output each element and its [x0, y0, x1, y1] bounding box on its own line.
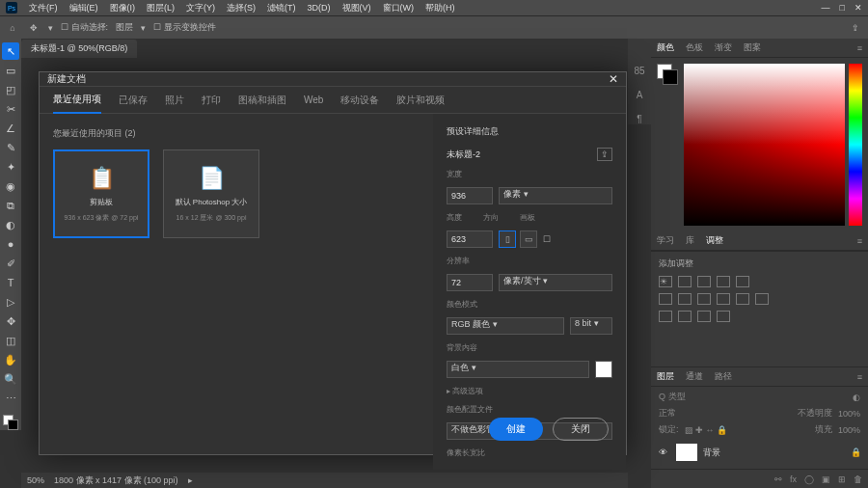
tool-eraser[interactable]: ●	[2, 235, 19, 253]
layer-row[interactable]: 👁 背景 🔒	[651, 440, 868, 465]
adj-icon[interactable]	[736, 276, 749, 287]
tool-eyedropper[interactable]: ✎	[2, 139, 19, 156]
resolution-input[interactable]	[447, 274, 493, 291]
zoom-level[interactable]: 50%	[27, 475, 44, 485]
tool-heal[interactable]: ✦	[2, 158, 19, 176]
adj-icon[interactable]	[717, 311, 730, 322]
height-input[interactable]	[447, 230, 493, 248]
tab-patterns[interactable]: 图案	[744, 41, 761, 54]
menu-file[interactable]: 文件(F)	[29, 2, 58, 14]
menu-select[interactable]: 选择(S)	[227, 2, 256, 14]
adj-icon[interactable]	[697, 293, 711, 305]
adj-icon[interactable]	[697, 311, 711, 322]
hue-slider[interactable]	[849, 64, 862, 226]
window-maximize-icon[interactable]: □	[840, 3, 845, 13]
dlg-tab-film[interactable]: 胶片和视频	[396, 88, 445, 113]
menu-window[interactable]: 窗口(W)	[383, 2, 415, 14]
tab-color[interactable]: 颜色	[657, 41, 674, 54]
tool-pen[interactable]: ▷	[2, 293, 19, 311]
fgbg-swatch[interactable]	[657, 64, 678, 85]
tool-type[interactable]: T	[2, 274, 19, 291]
tool-brush[interactable]: ◉	[2, 177, 19, 195]
menu-edit[interactable]: 编辑(E)	[69, 2, 98, 14]
adj-icon[interactable]	[659, 311, 672, 322]
adj-icon[interactable]	[755, 293, 769, 305]
dlg-tab-saved[interactable]: 已保存	[119, 88, 148, 113]
fill-value[interactable]: 100%	[838, 425, 860, 435]
dlg-tab-photo[interactable]: 照片	[165, 88, 184, 113]
layer-name[interactable]: 背景	[703, 447, 720, 459]
layer-filter[interactable]: Q 类型	[659, 391, 686, 403]
home-icon[interactable]: ⌂	[6, 21, 19, 35]
auto-select-checkbox[interactable]: ☐ 自动选择:	[61, 21, 108, 34]
bg-select[interactable]: 白色 ▾	[447, 361, 589, 378]
tool-shape[interactable]: ◫	[2, 332, 19, 349]
menu-layer[interactable]: 图层(L)	[147, 2, 175, 14]
tab-layers[interactable]: 图层	[657, 370, 674, 383]
mini-icon-3[interactable]: ¶	[637, 114, 641, 124]
bit-depth-select[interactable]: 8 bit ▾	[570, 317, 612, 335]
bg-color-chip[interactable]	[595, 361, 612, 378]
dlg-tab-web[interactable]: Web	[304, 89, 323, 111]
filter-toggle-icon[interactable]: ◐	[853, 393, 860, 402]
resolution-unit-select[interactable]: 像素/英寸 ▾	[499, 274, 612, 291]
tool-frame[interactable]: ∠	[2, 120, 19, 137]
tool-path[interactable]: ✥	[2, 312, 19, 330]
create-button[interactable]: 创建	[489, 418, 543, 441]
adj-icon[interactable]	[659, 293, 672, 305]
menu-type[interactable]: 文字(Y)	[186, 2, 215, 14]
dlg-tab-art[interactable]: 图稿和插图	[238, 88, 286, 113]
preset-default-ps[interactable]: 📄 默认 Photoshop 大小 16 x 12 厘米 @ 300 ppi	[163, 149, 259, 238]
adj-icon[interactable]	[717, 276, 730, 287]
dlg-tab-mobile[interactable]: 移动设备	[340, 88, 379, 113]
link-layers-icon[interactable]: ⚯	[774, 474, 782, 484]
menu-image[interactable]: 图像(I)	[110, 2, 136, 14]
adj-icon[interactable]: ☀	[659, 276, 672, 287]
dlg-tab-recent[interactable]: 最近使用项	[53, 87, 101, 114]
tab-gradients[interactable]: 渐变	[715, 41, 732, 54]
tab-paths[interactable]: 路径	[715, 370, 732, 383]
adj-icon[interactable]	[697, 276, 711, 287]
tool-hand[interactable]: ✋	[2, 351, 19, 368]
tab-learn[interactable]: 学习	[657, 234, 674, 247]
menu-help[interactable]: 帮助(H)	[425, 2, 455, 14]
mini-icon-2[interactable]: A	[637, 90, 643, 100]
fx-icon[interactable]: fx	[790, 474, 797, 484]
adj-icon[interactable]	[678, 311, 692, 322]
advanced-toggle[interactable]: ▸ 高级选项	[447, 386, 612, 396]
lock-icon[interactable]: ▨ ✚ ↔ 🔒	[685, 425, 728, 435]
auto-select-target[interactable]: 图层	[116, 21, 133, 34]
mini-icon-1[interactable]: 85	[634, 66, 644, 76]
share-icon[interactable]: ⇪	[849, 21, 862, 35]
save-preset-icon[interactable]: ⇪	[597, 148, 612, 161]
layer-thumbnail[interactable]	[676, 444, 697, 461]
adj-icon[interactable]	[717, 293, 730, 305]
close-button[interactable]: 关闭	[553, 418, 609, 441]
new-group-icon[interactable]: ▣	[822, 474, 830, 484]
color-spectrum[interactable]	[684, 64, 845, 226]
document-name[interactable]: 未标题-2	[447, 149, 480, 161]
mask-icon[interactable]: ◯	[804, 474, 814, 484]
tool-zoom[interactable]: 🔍	[2, 370, 19, 388]
menu-3d[interactable]: 3D(D)	[308, 3, 331, 13]
visibility-icon[interactable]: 👁	[659, 447, 670, 457]
dialog-close-icon[interactable]: ✕	[609, 72, 618, 86]
adj-icon[interactable]	[678, 276, 692, 287]
orient-portrait[interactable]: ▯	[499, 230, 516, 248]
panel-menu-icon[interactable]: ≡	[857, 236, 862, 246]
tab-libraries[interactable]: 库	[686, 234, 694, 247]
tool-gradient[interactable]: ✐	[2, 255, 19, 272]
panel-menu-icon[interactable]: ≡	[857, 372, 862, 382]
tool-lasso[interactable]: ◰	[2, 81, 19, 98]
move-tool-icon[interactable]: ✥	[27, 21, 41, 35]
tool-history[interactable]: ◐	[2, 216, 19, 233]
blend-mode[interactable]: 正常	[659, 407, 676, 420]
lock-icon[interactable]: 🔒	[851, 447, 860, 457]
adj-icon[interactable]	[736, 293, 749, 305]
tool-crop[interactable]: ✂	[2, 100, 19, 118]
window-minimize-icon[interactable]: —	[822, 3, 830, 13]
tool-more[interactable]: ⋯	[2, 390, 19, 407]
tool-stamp[interactable]: ⧉	[2, 197, 19, 214]
tab-channels[interactable]: 通道	[686, 370, 703, 383]
tab-swatches[interactable]: 色板	[686, 41, 703, 54]
